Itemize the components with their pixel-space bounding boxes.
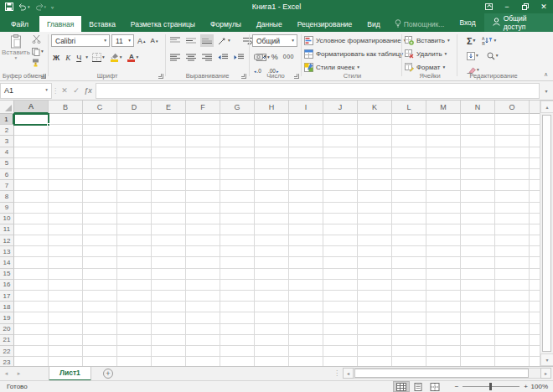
- cell[interactable]: [392, 235, 426, 246]
- column-header-K[interactable]: K: [358, 101, 392, 114]
- cell[interactable]: [495, 203, 530, 214]
- cell[interactable]: [495, 214, 530, 224]
- cell[interactable]: [461, 180, 495, 191]
- cell[interactable]: [392, 280, 426, 291]
- cell[interactable]: [426, 224, 461, 235]
- cell[interactable]: [83, 125, 117, 136]
- cell[interactable]: [49, 224, 83, 235]
- percent-style-button[interactable]: %: [270, 50, 280, 63]
- cell[interactable]: [152, 180, 186, 191]
- cell[interactable]: [186, 291, 220, 302]
- row-header-17[interactable]: 17: [0, 291, 14, 302]
- cell[interactable]: [83, 191, 117, 202]
- cell[interactable]: [530, 214, 540, 224]
- increase-font-button[interactable]: А▴: [136, 34, 147, 47]
- cell[interactable]: [289, 269, 323, 280]
- cell[interactable]: [323, 214, 358, 224]
- cell[interactable]: [220, 203, 255, 214]
- cell[interactable]: [426, 203, 461, 214]
- cell[interactable]: [426, 257, 461, 268]
- column-header-C[interactable]: C: [83, 101, 117, 114]
- italic-button[interactable]: К: [64, 51, 72, 64]
- cell[interactable]: [426, 312, 461, 323]
- underline-caret[interactable]: ▾: [85, 55, 88, 60]
- row-header-13[interactable]: 13: [0, 246, 14, 257]
- cell[interactable]: [530, 357, 540, 366]
- cell[interactable]: [255, 214, 289, 224]
- cell[interactable]: [117, 203, 152, 214]
- cell[interactable]: [83, 291, 117, 302]
- format-painter-icon[interactable]: [32, 59, 44, 69]
- cell[interactable]: [49, 169, 83, 180]
- fill-button[interactable]: ▾: [465, 49, 480, 62]
- cell[interactable]: [83, 214, 117, 224]
- cell[interactable]: [117, 312, 152, 323]
- cell[interactable]: [392, 302, 426, 312]
- cell[interactable]: [461, 169, 495, 180]
- cell[interactable]: [186, 302, 220, 312]
- fill-color-button[interactable]: ▾: [109, 51, 124, 64]
- cell[interactable]: [14, 235, 49, 246]
- cell[interactable]: [289, 335, 323, 346]
- cell[interactable]: [358, 269, 392, 280]
- cell[interactable]: [186, 191, 220, 202]
- normal-view-icon[interactable]: [393, 381, 410, 392]
- tab-ribbon-5[interactable]: Рецензирование: [290, 16, 360, 32]
- cell[interactable]: [495, 302, 530, 312]
- cell[interactable]: [530, 302, 540, 312]
- scroll-up-icon[interactable]: ▴: [540, 101, 553, 113]
- save-icon[interactable]: [5, 3, 13, 11]
- cell[interactable]: [255, 312, 289, 323]
- cell[interactable]: [255, 125, 289, 136]
- cell[interactable]: [186, 257, 220, 268]
- cell[interactable]: [255, 291, 289, 302]
- cell[interactable]: [289, 214, 323, 224]
- cell[interactable]: [426, 125, 461, 136]
- cell[interactable]: [426, 191, 461, 202]
- cell[interactable]: [358, 169, 392, 180]
- row-header-1[interactable]: 1: [0, 114, 14, 125]
- redo-caret[interactable]: ▾: [44, 4, 47, 9]
- cell[interactable]: [83, 312, 117, 323]
- comma-style-button[interactable]: 000: [282, 50, 296, 63]
- borders-button[interactable]: ▾: [90, 51, 106, 64]
- tab-home[interactable]: Главная: [39, 16, 81, 32]
- cell[interactable]: [461, 291, 495, 302]
- column-header-G[interactable]: G: [220, 101, 255, 114]
- cell[interactable]: [255, 180, 289, 191]
- cell[interactable]: [152, 302, 186, 312]
- cell[interactable]: [426, 235, 461, 246]
- cell[interactable]: [186, 357, 220, 366]
- cell[interactable]: [220, 136, 255, 147]
- cell[interactable]: [426, 147, 461, 158]
- cell[interactable]: [117, 269, 152, 280]
- cell[interactable]: [461, 136, 495, 147]
- cell[interactable]: [255, 302, 289, 312]
- cell[interactable]: [152, 147, 186, 158]
- row-header-6[interactable]: 6: [0, 169, 14, 180]
- cell[interactable]: [186, 346, 220, 357]
- cell[interactable]: [461, 346, 495, 357]
- row-header-22[interactable]: 22: [0, 346, 14, 357]
- column-header-N[interactable]: N: [461, 101, 495, 114]
- cell[interactable]: [495, 246, 530, 257]
- cell[interactable]: [49, 357, 83, 366]
- cell[interactable]: [323, 180, 358, 191]
- cell[interactable]: [289, 246, 323, 257]
- cell[interactable]: [426, 335, 461, 346]
- cell[interactable]: [323, 335, 358, 346]
- cell[interactable]: [495, 158, 530, 169]
- find-select-button[interactable]: ▾: [485, 49, 500, 62]
- sign-in-button[interactable]: Вход: [451, 13, 483, 32]
- decrease-indent-button[interactable]: [216, 51, 230, 64]
- bold-button[interactable]: Ж: [51, 51, 61, 64]
- cell[interactable]: [495, 357, 530, 366]
- column-header-M[interactable]: M: [426, 101, 461, 114]
- cell[interactable]: [152, 246, 186, 257]
- cell[interactable]: [358, 346, 392, 357]
- cell[interactable]: [117, 180, 152, 191]
- cell[interactable]: [461, 335, 495, 346]
- cell[interactable]: [289, 346, 323, 357]
- cell[interactable]: [186, 180, 220, 191]
- clipboard-dialog-launcher[interactable]: [41, 74, 46, 79]
